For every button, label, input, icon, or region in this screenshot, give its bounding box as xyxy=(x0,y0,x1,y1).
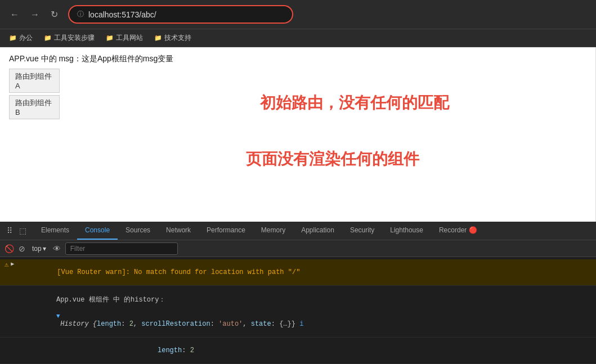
spacer xyxy=(5,287,16,295)
tab-sources[interactable]: Sources xyxy=(118,222,158,240)
bookmark-tech-support[interactable]: 📁 技术支持 xyxy=(150,32,196,44)
console-history-row: App.vue 根组件 中 的history： ▼ History {lengt… xyxy=(0,286,596,338)
refresh-button[interactable]: ↻ xyxy=(47,7,61,22)
warning-icon: ⚠ xyxy=(5,260,8,269)
tab-performance[interactable]: Performance xyxy=(199,222,253,240)
tab-console[interactable]: Console xyxy=(77,222,118,240)
browser-chrome: ← → ↻ ⓘ localhost:5173/abc/ xyxy=(0,0,596,29)
tab-memory[interactable]: Memory xyxy=(253,222,293,240)
console-warn-row: ⚠ ▶ [Vue Router warn]: No match found fo… xyxy=(0,259,596,286)
tab-application[interactable]: Application xyxy=(293,222,342,240)
console-length-row: length: 2 xyxy=(0,338,596,364)
route-btn-b[interactable]: 路由到组件B xyxy=(9,95,60,119)
tab-recorder[interactable]: Recorder 🔴 xyxy=(431,222,485,240)
length-value: length: 2 xyxy=(117,339,194,362)
top-label: top xyxy=(32,245,42,253)
bookmark-tools-site[interactable]: 📁 工具网站 xyxy=(101,32,147,44)
tab-security[interactable]: Security xyxy=(342,222,382,240)
devtools-tabbar: ⠿ ⬚ Elements Console Sources Network Per… xyxy=(0,222,596,240)
tab-elements[interactable]: Elements xyxy=(33,222,77,240)
devtools-left-icons: ⠿ ⬚ xyxy=(5,225,29,236)
devtools-select-icon[interactable]: ⬚ xyxy=(17,225,29,236)
warn-message: [Vue Router warn]: No match found for lo… xyxy=(16,260,300,284)
filter-icon[interactable]: ⊘ xyxy=(19,244,25,253)
eye-icon[interactable]: 👁 xyxy=(53,244,61,253)
devtools-panel: ⠿ ⬚ Elements Console Sources Network Per… xyxy=(0,222,596,364)
expand-history-icon[interactable]: ▼ xyxy=(56,313,60,320)
bookmarks-bar: 📁 办公 📁 工具安装步骤 📁 工具网站 📁 技术支持 xyxy=(0,29,596,47)
top-dropdown[interactable]: top ▾ xyxy=(30,244,48,254)
devtools-panels-icon[interactable]: ⠿ xyxy=(5,225,15,236)
center-text-1: 初始路由，没有任何的匹配 xyxy=(260,92,449,114)
spacer xyxy=(5,339,117,347)
back-button[interactable]: ← xyxy=(7,7,23,22)
bookmark-tools-install[interactable]: 📁 工具安装步骤 xyxy=(39,32,99,44)
tab-lighthouse[interactable]: Lighthouse xyxy=(382,222,431,240)
folder-icon: 📁 xyxy=(106,34,114,42)
bookmark-office[interactable]: 📁 办公 xyxy=(5,32,37,44)
nav-buttons: ← → ↻ xyxy=(7,7,61,22)
center-text-2: 页面没有渲染任何的组件 xyxy=(246,149,419,170)
console-filter-input[interactable] xyxy=(65,242,178,255)
route-btn-a[interactable]: 路由到组件A xyxy=(9,69,60,93)
console-output: ⚠ ▶ [Vue Router warn]: No match found fo… xyxy=(0,257,596,364)
folder-icon: 📁 xyxy=(44,34,52,42)
console-area: ⚠ ▶ [Vue Router warn]: No match found fo… xyxy=(0,257,596,364)
app-msg: APP.vue 中的 msg：这是App根组件的msg变量 xyxy=(9,54,587,64)
chevron-down-icon: ▾ xyxy=(43,245,46,253)
console-clear-icon[interactable]: 🚫 xyxy=(5,244,14,253)
bookmark-label: 工具安装步骤 xyxy=(54,33,95,43)
folder-icon: 📁 xyxy=(154,34,162,42)
tab-network[interactable]: Network xyxy=(158,222,199,240)
bookmark-label: 技术支持 xyxy=(164,33,191,43)
forward-button[interactable]: → xyxy=(27,7,43,22)
bookmark-label: 办公 xyxy=(19,33,33,43)
address-bar[interactable]: ⓘ localhost:5173/abc/ xyxy=(68,5,293,24)
page-content: APP.vue 中的 msg：这是App根组件的msg变量 路由到组件A 路由到… xyxy=(0,47,596,222)
devtools-toolbar: 🚫 ⊘ top ▾ 👁 xyxy=(0,240,596,257)
url-display: localhost:5173/abc/ xyxy=(88,10,156,19)
expand-arrow[interactable]: ▶ xyxy=(11,260,14,267)
history-label: App.vue 根组件 中 的history： ▼ History {lengt… xyxy=(16,287,303,336)
folder-icon: 📁 xyxy=(9,34,17,42)
bookmark-label: 工具网站 xyxy=(116,33,143,43)
address-icon: ⓘ xyxy=(77,10,84,19)
